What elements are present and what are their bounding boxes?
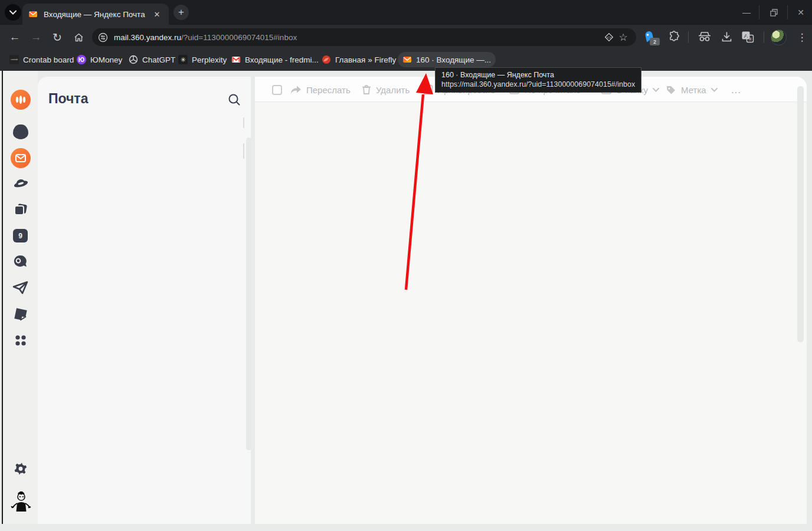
forward-arrow-icon bbox=[290, 85, 302, 95]
code-diamond-icon[interactable]: <> bbox=[602, 30, 616, 44]
url-domain: mail.360.yandex.ru bbox=[114, 33, 181, 42]
trash-icon bbox=[362, 84, 371, 95]
search-icon[interactable] bbox=[228, 93, 241, 109]
bookmark-gmail-inbox[interactable]: Входящие - fredmi... bbox=[227, 52, 323, 67]
more-actions-button[interactable]: … bbox=[731, 83, 742, 96]
chevron-down-icon bbox=[9, 10, 17, 15]
yandex-mail-favicon bbox=[28, 9, 38, 19]
perplexity-favicon: ✳ bbox=[178, 55, 188, 64]
tooltip-title: 160 · Входящие — Яндекс Почта bbox=[441, 71, 635, 79]
svg-text:<>: <> bbox=[607, 35, 611, 40]
documents-icon[interactable] bbox=[3, 202, 38, 218]
downloads-icon[interactable] bbox=[721, 31, 733, 45]
tab-search-button[interactable] bbox=[5, 4, 21, 21]
bookmark-yumoney[interactable]: Ю ЮMoney bbox=[72, 52, 127, 67]
panel-title: Почта bbox=[48, 91, 88, 107]
forward-button[interactable]: → bbox=[28, 30, 44, 45]
reload-button[interactable]: ↻ bbox=[50, 30, 65, 45]
chevron-down-icon bbox=[653, 88, 659, 92]
calendar-icon[interactable]: 9 bbox=[3, 229, 38, 242]
back-button[interactable]: ← bbox=[7, 30, 22, 45]
message-list-area bbox=[255, 77, 807, 524]
url-path: /?uid=1130000069074015#inbox bbox=[181, 33, 297, 42]
extension-badge: 2 bbox=[650, 38, 660, 45]
alice-blob-icon[interactable] bbox=[3, 124, 38, 139]
gmail-favicon bbox=[231, 55, 241, 64]
bookmark-yandex-inbox[interactable]: 160 · Входящие —... bbox=[398, 52, 496, 67]
calendar-day: 9 bbox=[18, 232, 22, 240]
url-text[interactable]: mail.360.yandex.ru/?uid=1130000069074015… bbox=[114, 33, 602, 42]
address-bar[interactable]: mail.360.yandex.ru/?uid=1130000069074015… bbox=[92, 28, 636, 46]
delete-button[interactable]: Удалить bbox=[362, 83, 410, 96]
toolbar-separator bbox=[764, 31, 764, 43]
home-button[interactable] bbox=[71, 30, 86, 45]
window-minimize-button[interactable]: — bbox=[734, 0, 759, 25]
yandex-mail-favicon bbox=[402, 55, 412, 64]
extensions-puzzle-icon[interactable] bbox=[668, 31, 680, 45]
panel-scroll-mark bbox=[243, 117, 244, 128]
all-services-grid-icon[interactable] bbox=[3, 333, 38, 348]
label-button[interactable]: Метка bbox=[666, 83, 718, 96]
mail-service-icon-active[interactable] bbox=[3, 148, 38, 168]
window-separator bbox=[759, 5, 759, 19]
bookmark-star-icon[interactable]: ☆ bbox=[616, 30, 630, 44]
user-avatar-shrug[interactable] bbox=[3, 491, 38, 514]
home-icon bbox=[74, 32, 84, 42]
tag-icon bbox=[666, 85, 676, 95]
crontab-favicon: crontab bbox=[9, 55, 19, 64]
tooltip-url: https://mail.360.yandex.ru/?uid=11300000… bbox=[441, 80, 635, 88]
new-tab-button[interactable]: + bbox=[173, 5, 189, 20]
bookmark-chatgpt[interactable]: ChatGPT bbox=[124, 52, 180, 67]
bookmark-perplexity[interactable]: ✳ Perplexity bbox=[173, 52, 231, 67]
restore-icon bbox=[770, 9, 778, 17]
messenger-icon[interactable] bbox=[3, 254, 38, 268]
yandex360-logo[interactable] bbox=[3, 90, 38, 110]
browser-menu-icon[interactable]: ⋮ bbox=[794, 30, 810, 45]
translate-icon[interactable]: Aя bbox=[741, 31, 754, 45]
svg-text:я: я bbox=[749, 36, 752, 42]
notes-icon[interactable] bbox=[3, 307, 38, 322]
archive-icon bbox=[423, 84, 433, 95]
firefly-favicon bbox=[322, 55, 331, 64]
site-settings-icon[interactable] bbox=[98, 32, 108, 42]
telemost-plane-icon[interactable] bbox=[3, 281, 38, 295]
incognito-extension-icon[interactable] bbox=[698, 31, 712, 44]
tab-close-icon[interactable]: ✕ bbox=[151, 8, 163, 20]
window-restore-button[interactable] bbox=[761, 0, 786, 25]
forward-button[interactable]: Переслать bbox=[290, 83, 351, 96]
tab-title: Входящие — Яндекс Почта bbox=[44, 10, 151, 19]
mail-folders-panel bbox=[38, 77, 251, 524]
bookmark-crontab-board[interactable]: crontab Crontab board bbox=[5, 52, 78, 67]
panel-scrollbar[interactable] bbox=[246, 137, 251, 450]
window-close-button[interactable]: ✕ bbox=[790, 0, 812, 25]
window-separator bbox=[787, 5, 788, 19]
active-tab[interactable]: Входящие — Яндекс Почта ✕ bbox=[22, 4, 169, 25]
profile-avatar[interactable] bbox=[771, 30, 787, 45]
disk-saucer-icon[interactable] bbox=[3, 176, 38, 190]
content-scrollbar[interactable] bbox=[797, 86, 804, 342]
select-all-checkbox[interactable] bbox=[272, 85, 282, 95]
chevron-down-icon bbox=[711, 88, 718, 92]
bookmark-firefly[interactable]: Главная » Firefly III bbox=[317, 52, 410, 67]
yumoney-favicon: Ю bbox=[77, 55, 86, 64]
settings-gear-icon[interactable] bbox=[3, 460, 38, 477]
panel-scroll-mark bbox=[243, 143, 244, 159]
chatgpt-favicon bbox=[129, 55, 138, 64]
bookmark-tooltip: 160 · Входящие — Яндекс Почта https://ma… bbox=[435, 67, 641, 93]
toolbar-separator bbox=[688, 31, 689, 43]
